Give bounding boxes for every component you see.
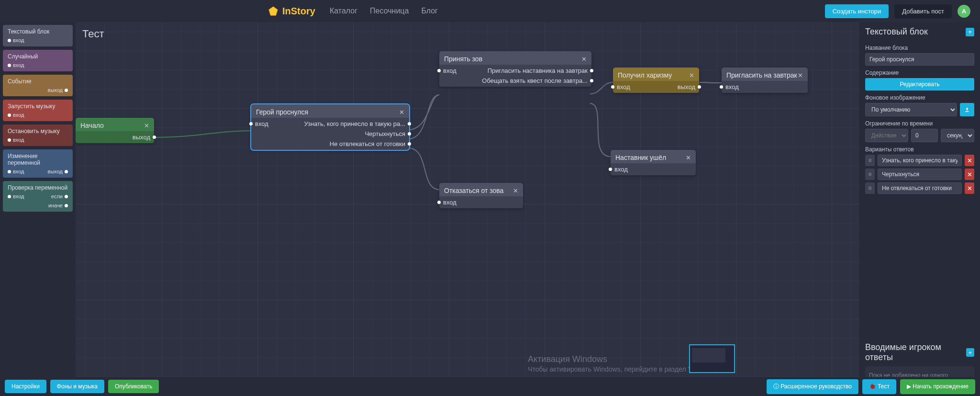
port-dot-out[interactable] bbox=[408, 122, 411, 125]
nav-sandbox[interactable]: Песочница bbox=[370, 7, 409, 15]
answer-input[interactable] bbox=[878, 155, 962, 166]
port-dot-in[interactable] bbox=[437, 69, 441, 72]
port-dot-in[interactable] bbox=[437, 201, 441, 204]
palette-block-0[interactable]: Текстовый блоквход bbox=[3, 25, 73, 46]
logo-icon bbox=[268, 6, 278, 16]
node-refuse-call[interactable]: Отказаться от зова ✕ вход bbox=[439, 183, 523, 208]
settings-button[interactable]: Настройки bbox=[5, 380, 46, 393]
delete-answer-button[interactable]: ✕ bbox=[965, 169, 974, 180]
publish-button[interactable]: Опубликовать bbox=[108, 380, 159, 393]
main-area: Текстовый блоквходСлучайныйвходСобытиевы… bbox=[0, 22, 980, 396]
answer-input[interactable] bbox=[878, 182, 962, 194]
node-start[interactable]: Начало ✕ выход bbox=[76, 118, 154, 143]
nav-blog[interactable]: Блог bbox=[421, 7, 438, 15]
canvas[interactable]: Тест Начало ✕ выход Герой проснулся ✕ bbox=[76, 22, 859, 396]
drag-handle-icon[interactable]: ≡ bbox=[865, 182, 875, 194]
play-icon: ▶ bbox=[907, 383, 913, 390]
port-out: выход bbox=[678, 83, 695, 91]
row-text: Не отвлекаться от готовки bbox=[330, 140, 405, 147]
port-dot-in[interactable] bbox=[249, 122, 253, 125]
node-title: Получил харизму bbox=[618, 71, 672, 79]
delete-answer-button[interactable]: ✕ bbox=[965, 155, 974, 166]
port-dot-out[interactable] bbox=[698, 85, 701, 89]
close-icon[interactable]: ✕ bbox=[581, 56, 587, 63]
close-icon[interactable]: ✕ bbox=[513, 187, 518, 194]
port-in: вход bbox=[617, 83, 630, 91]
close-icon[interactable]: ✕ bbox=[689, 72, 694, 79]
port-dot-in[interactable] bbox=[720, 85, 723, 89]
port-in: вход bbox=[443, 67, 457, 74]
bg-music-button[interactable]: Фоны и музыка bbox=[50, 380, 104, 393]
node-accept-call[interactable]: Принять зов ✕ входПригласить наставника … bbox=[439, 51, 591, 87]
palette-block-title: Текстовый блок bbox=[3, 25, 73, 37]
drag-handle-icon[interactable]: ≡ bbox=[865, 169, 875, 180]
inspector-panel: Текстовый блок + Название блока Содержан… bbox=[859, 22, 980, 396]
logo[interactable]: InStory bbox=[268, 6, 315, 17]
row-text: Обещать взять квест после завтра... bbox=[482, 77, 588, 84]
row-text: Узнать, кого принесло в такую ра... bbox=[304, 120, 406, 127]
minimap[interactable] bbox=[689, 344, 735, 373]
time-action-select[interactable]: Действие bbox=[865, 129, 908, 142]
nav-links: Каталог Песочница Блог bbox=[330, 7, 438, 15]
node-hero[interactable]: Герой проснулся ✕ входУзнать, кого прине… bbox=[251, 104, 409, 150]
port-out: если bbox=[51, 193, 68, 199]
add-player-input-button[interactable]: + bbox=[966, 348, 974, 357]
palette-block-5[interactable]: Изменение переменнойвходвыход bbox=[3, 149, 73, 178]
port-dot-in[interactable] bbox=[611, 85, 614, 89]
bg-select[interactable]: По умолчанию bbox=[865, 103, 957, 116]
palette-block-1[interactable]: Случайныйвход bbox=[3, 50, 73, 71]
port-in: вход bbox=[8, 137, 24, 143]
port-in: вход bbox=[8, 193, 24, 199]
drag-handle-icon[interactable]: ≡ bbox=[865, 155, 875, 166]
palette-block-4[interactable]: Остановить музыкувход bbox=[3, 124, 73, 146]
bug-icon: 🐞 bbox=[869, 383, 878, 390]
guide-button[interactable]: ⓘ Расширенное руководство bbox=[767, 379, 858, 394]
avatar[interactable]: A bbox=[958, 5, 970, 18]
port-dot-out[interactable] bbox=[590, 79, 593, 82]
palette-block-3[interactable]: Запустить музыкувход bbox=[3, 100, 73, 121]
answer-input[interactable] bbox=[878, 169, 962, 180]
time-value-input[interactable] bbox=[911, 129, 938, 142]
delete-answer-button[interactable]: ✕ bbox=[965, 182, 974, 194]
add-post-button[interactable]: Добавить пост bbox=[894, 4, 952, 18]
node-charisma[interactable]: Получил харизму ✕ входвыход bbox=[613, 68, 699, 93]
port-dot-out[interactable] bbox=[408, 132, 411, 136]
port-in: вход bbox=[614, 166, 628, 173]
test-button[interactable]: 🐞 Тест bbox=[862, 379, 896, 394]
create-story-button[interactable]: Создать инстори bbox=[825, 4, 889, 18]
edit-content-button[interactable]: Редактировать bbox=[865, 78, 974, 91]
port-in: вход bbox=[8, 112, 24, 118]
palette-block-2[interactable]: Событиевыход bbox=[3, 75, 73, 96]
label-time: Ограничение по времени bbox=[865, 120, 974, 127]
close-icon[interactable]: ✕ bbox=[798, 72, 803, 79]
label-bg: Фоновое изображение bbox=[865, 94, 974, 101]
node-title: Принять зов bbox=[444, 55, 482, 63]
port-dot-out[interactable] bbox=[408, 142, 411, 146]
answer-row: ≡✕ bbox=[865, 182, 974, 194]
port-out: выход bbox=[133, 134, 150, 141]
port-dot-out[interactable] bbox=[153, 136, 156, 139]
time-unit-select[interactable]: секунд bbox=[941, 129, 974, 142]
palette-block-6[interactable]: Проверка переменнойвходеслииначе bbox=[3, 181, 73, 212]
node-invite[interactable]: Пригласить на завтрак ✕ вход bbox=[722, 68, 808, 93]
port-dot-in[interactable] bbox=[609, 168, 612, 171]
answer-row: ≡✕ bbox=[865, 169, 974, 180]
add-button[interactable]: + bbox=[966, 28, 974, 36]
port-dot-out[interactable] bbox=[590, 69, 593, 72]
block-palette: Текстовый блоквходСлучайныйвходСобытиевы… bbox=[0, 22, 76, 396]
node-title: Отказаться от зова bbox=[444, 187, 503, 194]
close-icon[interactable]: ✕ bbox=[686, 154, 691, 161]
close-icon[interactable]: ✕ bbox=[144, 122, 149, 129]
play-button[interactable]: ▶ Начать прохождение bbox=[900, 379, 975, 394]
nav-catalog[interactable]: Каталог bbox=[330, 7, 357, 15]
block-name-input[interactable] bbox=[865, 53, 974, 66]
upload-icon[interactable] bbox=[960, 103, 974, 116]
port-in: вход bbox=[8, 37, 24, 43]
close-icon[interactable]: ✕ bbox=[399, 109, 404, 116]
palette-block-title: Остановить музыку bbox=[3, 124, 73, 137]
port-in: вход bbox=[8, 62, 24, 68]
brand-name: InStory bbox=[282, 6, 315, 17]
palette-block-title: Случайный bbox=[3, 50, 73, 62]
info-icon: ⓘ bbox=[773, 383, 780, 390]
node-mentor-left[interactable]: Наставник ушёл ✕ вход bbox=[611, 150, 696, 175]
